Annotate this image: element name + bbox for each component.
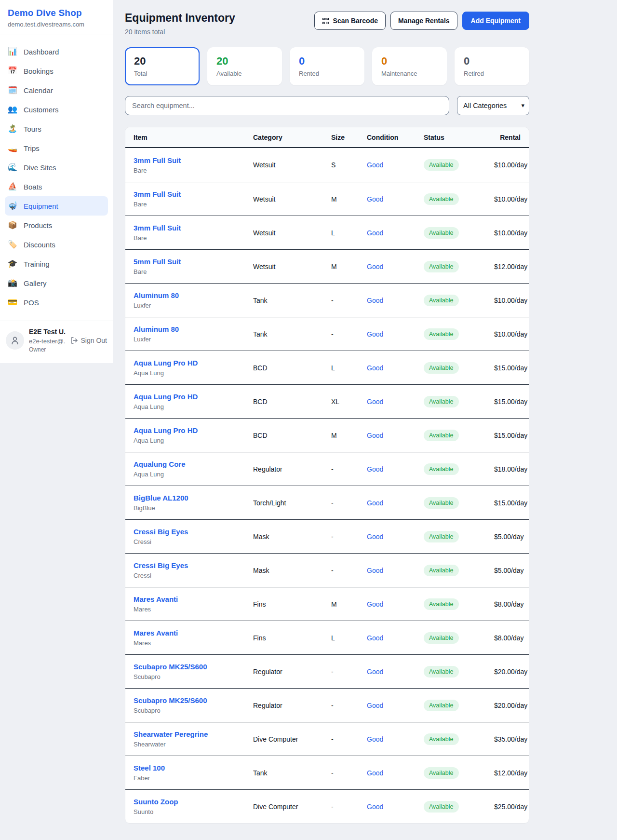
condition-link[interactable]: Good [367,297,383,304]
item-name-link[interactable]: Aqua Lung Pro HD [134,393,198,401]
condition-link[interactable]: Good [367,803,383,811]
category-select[interactable]: All Categories [457,96,529,115]
user-name: E2E Test U... [29,328,66,337]
condition-link[interactable]: Good [367,735,383,743]
sidebar-item-boats[interactable]: ⛵ Boats [0,177,113,196]
item-name-link[interactable]: Scubapro MK25/S600 [134,663,207,671]
rental-price: $10.00/day [494,229,527,237]
condition-link[interactable]: Good [367,330,383,338]
status-cell: Available [424,565,494,576]
item-cell: 3mm Full Suit Bare [134,156,253,174]
item-name-link[interactable]: BigBlue AL1200 [134,494,188,502]
item-name-link[interactable]: 5mm Full Suit [134,257,181,266]
stat-card-rented[interactable]: 0 Rented [290,47,364,85]
search-input[interactable] [125,96,449,115]
condition-link[interactable]: Good [367,465,383,473]
user-info: E2E Test U... e2e-tester@... Owner [29,328,66,353]
item-size: L [331,634,367,642]
table-row: Aqua Lung Pro HD Aqua Lung BCD XL Good A… [125,384,529,418]
item-name-link[interactable]: Aluminum 80 [134,325,179,333]
rental-price: $10.00/day [494,297,527,304]
stat-card-total[interactable]: 20 Total [125,47,200,85]
brand-title[interactable]: Demo Dive Shop [8,8,105,18]
condition-link[interactable]: Good [367,161,383,169]
item-brand: Mares [134,606,253,613]
item-name-link[interactable]: Shearwater Peregrine [134,730,208,738]
rental-price: $8.00/day [494,600,524,608]
item-category: Wetsuit [253,161,331,169]
item-category: Wetsuit [253,195,331,203]
item-size: S [331,161,367,169]
add-equipment-button[interactable]: Add Equipment [462,12,529,30]
sidebar-item-dive-sites[interactable]: 🌊 Dive Sites [0,158,113,177]
sidebar-item-calendar[interactable]: 🗓️ Calendar [0,81,113,100]
condition-link[interactable]: Good [367,364,383,372]
item-name-link[interactable]: Mares Avanti [134,629,178,637]
stat-card-available[interactable]: 20 Available [207,47,282,85]
scan-barcode-button[interactable]: Scan Barcode [314,12,386,30]
condition-link[interactable]: Good [367,533,383,541]
sidebar-user-footer: E2E Test U... e2e-tester@... Owner Sign … [0,321,113,361]
scan-barcode-label: Scan Barcode [333,17,378,25]
item-size: - [331,769,367,777]
item-name-link[interactable]: Cressi Big Eyes [134,561,188,569]
item-name-link[interactable]: Aqualung Core [134,460,186,468]
table-row: 3mm Full Suit Bare Wetsuit S Good Availa… [125,148,529,182]
condition-link[interactable]: Good [367,499,383,507]
rental-price: $18.00/day [494,465,527,473]
item-name-link[interactable]: 3mm Full Suit [134,190,181,198]
item-cell: Aqua Lung Pro HD Aqua Lung [134,359,253,377]
manage-rentals-button[interactable]: Manage Rentals [390,12,457,30]
sidebar-item-trips[interactable]: 🚤 Trips [0,138,113,158]
item-name-link[interactable]: Mares Avanti [134,595,178,603]
sidebar-item-equipment[interactable]: 🤿 Equipment [5,196,108,216]
item-cell: Suunto Zoop Suunto [134,798,253,815]
item-category: Regulator [253,668,331,676]
item-name-link[interactable]: Steel 100 [134,764,165,772]
item-size: - [331,533,367,541]
sidebar-item-pos[interactable]: 💳 POS [0,293,113,312]
sidebar-item-customers[interactable]: 👥 Customers [0,100,113,119]
item-name-link[interactable]: Aluminum 80 [134,291,179,299]
sidebar-item-dashboard[interactable]: 📊 Dashboard [0,42,113,61]
item-name-link[interactable]: 3mm Full Suit [134,156,181,164]
condition-link[interactable]: Good [367,668,383,676]
status-badge: Available [424,531,459,542]
sidebar-item-training[interactable]: 🎓 Training [0,254,113,273]
sidebar-item-tours[interactable]: 🏝️ Tours [0,119,113,138]
condition-link[interactable]: Good [367,600,383,608]
condition-link[interactable]: Good [367,195,383,203]
table-row: Aluminum 80 Luxfer Tank - Good Available… [125,317,529,351]
sidebar-item-label: Discounts [24,241,55,249]
sign-out-button[interactable]: Sign Out [70,337,107,344]
condition-link[interactable]: Good [367,432,383,439]
sidebar-item-products[interactable]: 📦 Products [0,216,113,235]
status-badge: Available [424,328,459,340]
rental-price: $8.00/day [494,634,524,642]
condition-link[interactable]: Good [367,769,383,777]
item-cell: Cressi Big Eyes Cressi [134,561,253,579]
item-name-link[interactable]: Aqua Lung Pro HD [134,359,198,367]
sidebar-item-bookings[interactable]: 📅 Bookings [0,61,113,81]
item-name-link[interactable]: Scubapro MK25/S600 [134,696,207,705]
stat-card-maintenance[interactable]: 0 Maintenance [372,47,447,85]
item-name-link[interactable]: 3mm Full Suit [134,224,181,232]
condition-link[interactable]: Good [367,263,383,271]
condition-link[interactable]: Good [367,398,383,406]
condition-link[interactable]: Good [367,567,383,574]
sign-out-icon [70,337,78,344]
item-cell: BigBlue AL1200 BigBlue [134,494,253,512]
item-cell: 5mm Full Suit Bare [134,257,253,275]
item-name-link[interactable]: Cressi Big Eyes [134,528,188,536]
item-cell: Scubapro MK25/S600 Scubapro [134,696,253,714]
condition-link[interactable]: Good [367,229,383,237]
item-name-link[interactable]: Aqua Lung Pro HD [134,426,198,434]
sidebar-item-discounts[interactable]: 🏷️ Discounts [0,235,113,254]
stat-card-retired[interactable]: 0 Retired [455,47,529,85]
sidebar-item-gallery[interactable]: 📸 Gallery [0,273,113,293]
condition-link[interactable]: Good [367,702,383,709]
stat-label: Retired [464,70,520,77]
item-name-link[interactable]: Suunto Zoop [134,798,178,806]
dashboard-icon: 📊 [8,48,17,55]
condition-link[interactable]: Good [367,634,383,642]
